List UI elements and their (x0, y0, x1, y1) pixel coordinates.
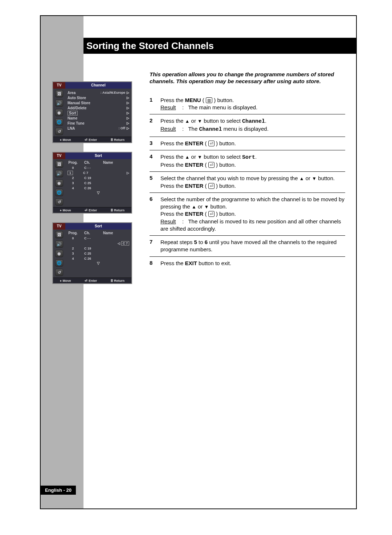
osd1-item-finetune: Fine Tune (68, 121, 125, 125)
osd1-item-adddelete: Add/Delete (68, 106, 125, 110)
chevron-right-icon: ▷ (127, 106, 129, 110)
down-arrow-icon: ▼ (204, 204, 209, 210)
osd2-footer: ♦Move ⏎Enter ⅢReturn (53, 207, 131, 213)
osd1-item-autostore: Auto Store (68, 96, 125, 100)
input-icon: ↺ (55, 269, 63, 276)
step-8: 8 Press the EXIT button to exit. (150, 257, 345, 270)
col-prog: Prog. (68, 161, 78, 165)
sound-icon: 🔊 (55, 170, 63, 177)
step-3: 3 Press the ENTER ( ⏎ ) button. (150, 137, 345, 150)
down-arrow-icon: ▼ (312, 176, 317, 181)
osd2-table: Prog.Ch.Name 0C - - 1C 7▷ 2C 19 3C 25 4C… (65, 159, 131, 207)
sound-icon: 🔊 (55, 100, 63, 107)
page-footer-language: English - 20 (41, 486, 76, 495)
return-icon: Ⅲ (111, 279, 113, 283)
return-icon: Ⅲ (111, 208, 113, 212)
osd-sort-moving: TV Sort 🖼 🔊 ◉ 🌐 ↺ Prog.Ch.Name 0C - - ◁ … (52, 222, 132, 284)
osd1-footer: ♦Move ⏎Enter ⅢReturn (53, 137, 131, 142)
enter-icon: ⏎ (85, 279, 87, 283)
chevron-down-icon: ▽ (68, 261, 129, 266)
enter-icon: ⏎ (208, 162, 215, 168)
chevron-down-icon: ▽ (68, 191, 129, 195)
enter-icon: ⏎ (208, 183, 215, 189)
input-icon: ↺ (55, 198, 63, 206)
down-arrow-icon: ▼ (197, 154, 202, 160)
enter-icon: ⏎ (208, 141, 215, 146)
chevron-right-icon: ▷ (127, 171, 129, 175)
input-icon: ↺ (55, 128, 63, 135)
updown-icon: ♦ (60, 138, 62, 142)
osd-sort-list: TV Sort 🖼 🔊 ◉ 🌐 ↺ Prog.Ch.Name 0C - - 1C… (52, 152, 132, 214)
step-2: 2 Press the ▲ or ▼ button to select Chan… (150, 114, 345, 137)
chevron-right-icon: ▷ (127, 91, 129, 94)
up-arrow-icon: ▲ (185, 118, 190, 124)
page-title: Sorting the Stored Channels (83, 38, 356, 54)
osd2-title: Sort (65, 153, 131, 159)
osd1-item-area: Area (68, 91, 101, 95)
osd1-item-sort-selected: Sort (68, 111, 78, 115)
up-arrow-icon: ▲ (185, 154, 190, 160)
step-7: 7 Repeat steps 5 to 6 until you have mov… (150, 236, 345, 257)
updown-icon: ♦ (60, 208, 62, 212)
col-ch: Ch. (84, 231, 97, 235)
down-arrow-icon: ▼ (197, 118, 202, 124)
enter-icon: ⏎ (208, 211, 215, 217)
osd-channel-menu: TV Channel 🖼 🔊 ◉ 🌐 ↺ Area: Asia/W.Europe… (52, 81, 132, 143)
osd3-title: Sort (65, 223, 131, 230)
osd1-menu-list: Area: Asia/W.Europe▷ Auto Store▷ Manual … (65, 89, 131, 137)
step-6: 6 Select the number of the programme to … (150, 193, 345, 236)
chevron-right-icon: ▷ (127, 101, 129, 105)
col-name: Name (103, 161, 129, 165)
osd3-footer: ♦Move ⏎Enter ⅢReturn (53, 277, 131, 283)
step-1: 1 Press the MENU ( ▥ ) button. Result: T… (150, 94, 345, 115)
col-ch: Ch. (84, 161, 97, 165)
setup-icon: 🌐 (55, 259, 63, 267)
step-4: 4 Press the ▲ or ▼ button to select Sort… (150, 150, 345, 172)
picture-icon: 🖼 (55, 90, 63, 97)
osd3-table: Prog.Ch.Name 0C - - ◁ C 7 2C 19 3C 25 4C… (65, 230, 131, 277)
osd1-title: Channel (65, 82, 131, 89)
up-arrow-icon: ▲ (192, 204, 196, 210)
chevron-right-icon: ▷ (127, 121, 129, 125)
osd2-selected-prog: 1 (68, 171, 73, 175)
picture-icon: 🖼 (55, 161, 63, 168)
col-name: Name (103, 231, 129, 235)
osd3-tv-label: TV (53, 223, 65, 230)
osd2-tv-label: TV (53, 153, 65, 159)
instructions-block: This operation allows you to change the … (150, 71, 345, 270)
picture-icon: 🖼 (55, 231, 63, 238)
chevron-right-icon: ▷ (127, 96, 129, 100)
channel-icon: ◉ (55, 250, 63, 257)
sound-icon: 🔊 (55, 240, 63, 248)
osd1-item-lna: LNA (68, 126, 119, 130)
menu-icon: ▥ (206, 97, 212, 103)
chevron-left-icon: ◁ (118, 242, 120, 245)
enter-icon: ⏎ (85, 138, 87, 142)
setup-icon: 🌐 (55, 189, 63, 196)
channel-icon: ◉ (55, 109, 63, 116)
enter-icon: ⏎ (85, 208, 87, 212)
osd-screenshots: TV Channel 🖼 🔊 ◉ 🌐 ↺ Area: Asia/W.Europe… (52, 81, 132, 293)
up-arrow-icon: ▲ (299, 176, 304, 181)
setup-icon: 🌐 (55, 118, 63, 126)
chevron-right-icon: ▷ (127, 116, 129, 120)
chevron-right-icon: ▷ (127, 111, 129, 115)
intro-text: This operation allows you to change the … (150, 71, 345, 85)
return-icon: Ⅲ (111, 138, 113, 142)
updown-icon: ♦ (60, 279, 62, 283)
osd1-item-name: Name (68, 116, 125, 120)
osd2-sidebar-icons: 🖼 🔊 ◉ 🌐 ↺ (53, 159, 65, 207)
osd1-sidebar-icons: 🖼 🔊 ◉ 🌐 ↺ (53, 89, 65, 137)
chevron-right-icon: ▷ (127, 126, 129, 130)
osd3-moving-channel: C 7 (121, 241, 129, 246)
step-5: 5 Select the channel that you wish to mo… (150, 172, 345, 193)
osd1-item-manualstore: Manual Store (68, 101, 125, 105)
col-prog: Prog. (68, 231, 78, 235)
osd3-sidebar-icons: 🖼 🔊 ◉ 🌐 ↺ (53, 230, 65, 277)
channel-icon: ◉ (55, 179, 63, 187)
manual-page: Sorting the Stored Channels TV Channel 🖼… (40, 15, 357, 509)
osd1-tv-label: TV (53, 82, 65, 89)
